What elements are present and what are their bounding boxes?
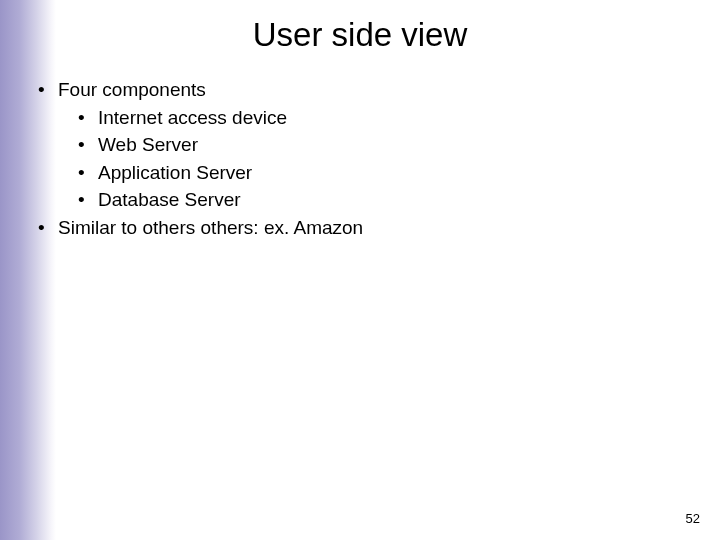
bullet-level1: Similar to others others: ex. Amazon <box>38 214 678 242</box>
bullet-level2: Internet access device <box>78 104 678 132</box>
bullet-level2: Web Server <box>78 131 678 159</box>
bullet-level1: Four components <box>38 76 678 104</box>
page-number: 52 <box>686 511 700 526</box>
slide-body: Four components Internet access device W… <box>38 76 678 241</box>
bullet-level2-group: Internet access device Web Server Applic… <box>38 104 678 214</box>
bullet-level2: Database Server <box>78 186 678 214</box>
bullet-level2: Application Server <box>78 159 678 187</box>
slide-title: User side view <box>0 16 720 54</box>
